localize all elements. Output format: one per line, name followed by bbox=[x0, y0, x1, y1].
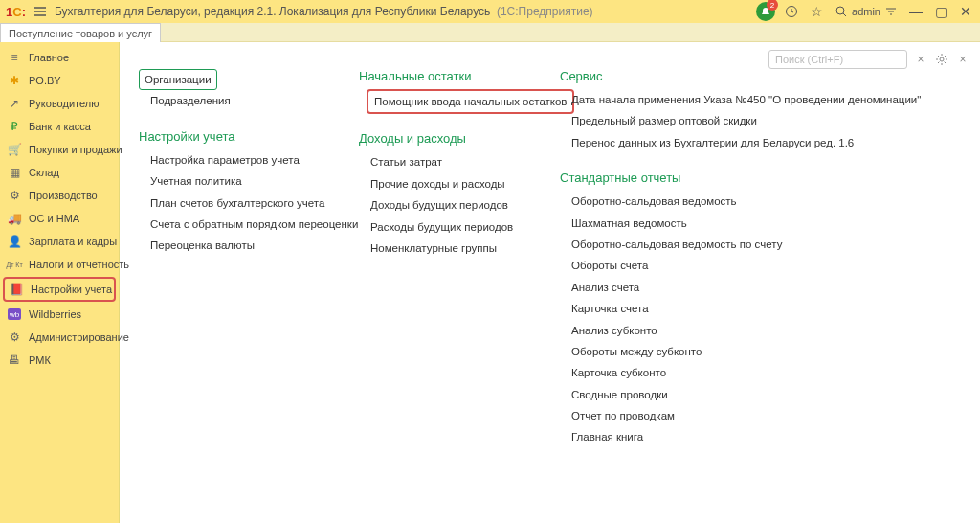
link-subconto-card[interactable]: Карточка субконто bbox=[560, 362, 921, 383]
link-general-ledger[interactable]: Главная книга bbox=[560, 426, 921, 447]
link-currency-reval[interactable]: Переоценка валюты bbox=[139, 235, 321, 256]
link-account-analysis[interactable]: Анализ счета bbox=[560, 277, 921, 298]
menu-lines-icon[interactable] bbox=[882, 3, 900, 20]
sidebar-item-label: Банк и касса bbox=[29, 121, 91, 132]
dtkt-icon: Дт Кт bbox=[8, 258, 21, 271]
section-accounting-settings: Настройки учета bbox=[139, 129, 321, 144]
search-icon[interactable] bbox=[833, 3, 850, 20]
sidebar-item-label: Главное bbox=[29, 52, 69, 63]
search-input[interactable]: Поиск (Ctrl+F) bbox=[768, 50, 907, 69]
sidebar-item-accounting-settings[interactable]: 📕Настройки учета bbox=[3, 277, 116, 302]
column-1: Организации Подразделения Настройки учет… bbox=[139, 69, 321, 466]
notification-bell-icon[interactable] bbox=[756, 2, 775, 21]
sidebar-item-assets[interactable]: 🚚ОС и НМА bbox=[0, 207, 119, 230]
tabstrip: Поступление товаров и услуг bbox=[0, 23, 980, 42]
link-opening-balance-wizard[interactable]: Помощник ввода начальных остатков bbox=[367, 89, 574, 114]
sidebar-item-poby[interactable]: ✱PO.BY bbox=[0, 69, 119, 92]
link-chart-of-accounts[interactable]: План счетов бухгалтерского учета bbox=[139, 193, 321, 214]
link-chess-report[interactable]: Шахматная ведомость bbox=[560, 213, 921, 234]
link-cost-items[interactable]: Статьи затрат bbox=[359, 151, 522, 172]
link-deferred-income[interactable]: Доходы будущих периодов bbox=[359, 194, 522, 216]
sidebar-item-label: Wildberries bbox=[29, 308, 81, 320]
minimize-button[interactable]: — bbox=[907, 3, 924, 20]
wb-icon: wb bbox=[8, 308, 21, 320]
sidebar: ≡Главное ✱PO.BY ↗Руководителю ₽Банк и ка… bbox=[0, 42, 120, 523]
titlebar: 1C: Бухгалтерия для Беларуси, редакция 2… bbox=[0, 0, 980, 23]
sidebar-item-label: Склад bbox=[29, 167, 59, 178]
link-trial-balance[interactable]: Оборотно-сальдовая ведомость bbox=[560, 191, 921, 212]
link-accounting-policy[interactable]: Учетная политика bbox=[139, 171, 321, 192]
link-deferred-expense[interactable]: Расходы будущих периодов bbox=[359, 216, 522, 238]
printer-icon: 🖶 bbox=[8, 353, 21, 367]
sidebar-item-label: ОС и НМА bbox=[29, 213, 79, 224]
history-icon[interactable] bbox=[783, 3, 800, 20]
sidebar-item-main[interactable]: ≡Главное bbox=[0, 46, 119, 69]
sidebar-item-admin[interactable]: ⚙Администрирование bbox=[0, 326, 119, 349]
link-reverse-reval-accounts[interactable]: Счета с обратным порядком переоценки bbox=[139, 214, 321, 235]
link-trial-balance-account[interactable]: Оборотно-сальдовая ведомость по счету bbox=[560, 234, 921, 255]
app-logo: 1C: bbox=[6, 5, 26, 19]
link-wholesale-discount-limit[interactable]: Предельный размер оптовой скидки bbox=[560, 110, 921, 131]
sidebar-item-label: Настройки учета bbox=[31, 284, 112, 295]
chart-icon: ↗ bbox=[8, 97, 21, 110]
settings-gear-icon[interactable] bbox=[934, 52, 949, 67]
section-service: Сервис bbox=[560, 69, 921, 83]
star-icon[interactable]: ☆ bbox=[808, 3, 825, 20]
link-postings-report[interactable]: Отчет по проводкам bbox=[560, 405, 921, 426]
truck-icon: 🚚 bbox=[8, 212, 21, 225]
sidebar-item-label: Налоги и отчетность bbox=[29, 259, 129, 270]
sidebar-item-taxes[interactable]: Дт КтНалоги и отчетность bbox=[0, 253, 119, 276]
cart-icon: 🛒 bbox=[8, 143, 21, 156]
sidebar-item-bank[interactable]: ₽Банк и касса bbox=[0, 115, 119, 138]
sidebar-item-label: Покупки и продажи bbox=[29, 144, 122, 155]
section-standard-reports: Стандартные отчеты bbox=[560, 171, 921, 185]
sidebar-item-production[interactable]: ⚙Производство bbox=[0, 184, 119, 207]
star-icon: ✱ bbox=[8, 74, 21, 87]
svg-point-1 bbox=[836, 7, 844, 14]
column-2: Начальные остатки Помощник ввода начальн… bbox=[359, 69, 522, 466]
list-icon: ≡ bbox=[8, 51, 21, 64]
sidebar-item-label: PO.BY bbox=[29, 75, 61, 86]
maximize-button[interactable]: ▢ bbox=[932, 3, 949, 20]
link-subconto-analysis[interactable]: Анализ субконто bbox=[560, 320, 921, 341]
link-organizations[interactable]: Организации bbox=[139, 69, 217, 90]
money-icon: ₽ bbox=[8, 120, 21, 133]
section-income-expense: Доходы и расходы bbox=[359, 131, 522, 146]
sidebar-item-label: Администрирование bbox=[29, 331, 129, 343]
sidebar-item-warehouse[interactable]: ▦Склад bbox=[0, 161, 119, 184]
link-params-setup[interactable]: Настройка параметров учета bbox=[139, 149, 321, 171]
content-area: Поиск (Ctrl+F) × × Организации Подраздел… bbox=[120, 42, 980, 523]
link-other-income-expense[interactable]: Прочие доходы и расходы bbox=[359, 173, 522, 194]
link-ukaz-450-date[interactable]: Дата начала применения Указа №450 "О про… bbox=[560, 89, 921, 110]
section-opening-balances: Начальные остатки bbox=[359, 69, 522, 83]
hamburger-icon[interactable] bbox=[32, 3, 49, 20]
link-account-turnover[interactable]: Обороты счета bbox=[560, 255, 921, 276]
tab-goods-receipt[interactable]: Поступление товаров и услуг bbox=[0, 23, 161, 42]
sidebar-item-label: Зарплата и кадры bbox=[29, 236, 117, 247]
link-data-migration[interactable]: Перенос данных из Бухгалтерии для Белару… bbox=[560, 132, 921, 153]
sidebar-item-sales[interactable]: 🛒Покупки и продажи bbox=[0, 138, 119, 161]
sidebar-item-payroll[interactable]: 👤Зарплата и кадры bbox=[0, 230, 119, 253]
sidebar-item-label: Производство bbox=[29, 190, 98, 201]
sidebar-item-label: Руководителю bbox=[29, 98, 99, 109]
column-3: Сервис Дата начала применения Указа №450… bbox=[560, 69, 921, 466]
link-nomenclature-groups[interactable]: Номенклатурные группы bbox=[359, 238, 522, 259]
link-summary-postings[interactable]: Сводные проводки bbox=[560, 384, 921, 405]
clear-search-button[interactable]: × bbox=[913, 52, 928, 67]
link-account-card[interactable]: Карточка счета bbox=[560, 298, 921, 319]
link-subdivisions[interactable]: Подразделения bbox=[139, 90, 321, 111]
close-button[interactable]: ✕ bbox=[957, 3, 974, 20]
content-toolbar: Поиск (Ctrl+F) × × bbox=[768, 50, 970, 69]
person-icon: 👤 bbox=[8, 235, 21, 248]
sidebar-item-wildberries[interactable]: wbWildberries bbox=[0, 303, 119, 326]
sidebar-item-manager[interactable]: ↗Руководителю bbox=[0, 92, 119, 115]
sidebar-item-rmk[interactable]: 🖶РМК bbox=[0, 349, 119, 372]
close-panel-button[interactable]: × bbox=[955, 52, 970, 67]
user-label[interactable]: admin bbox=[858, 3, 875, 20]
svg-point-2 bbox=[940, 57, 944, 61]
boxes-icon: ▦ bbox=[8, 166, 21, 179]
window-title: Бухгалтерия для Беларуси, редакция 2.1. … bbox=[55, 5, 593, 18]
book-icon: 📕 bbox=[10, 283, 23, 296]
link-subconto-turnover[interactable]: Обороты между субконто bbox=[560, 341, 921, 362]
gear-icon: ⚙ bbox=[8, 189, 21, 202]
